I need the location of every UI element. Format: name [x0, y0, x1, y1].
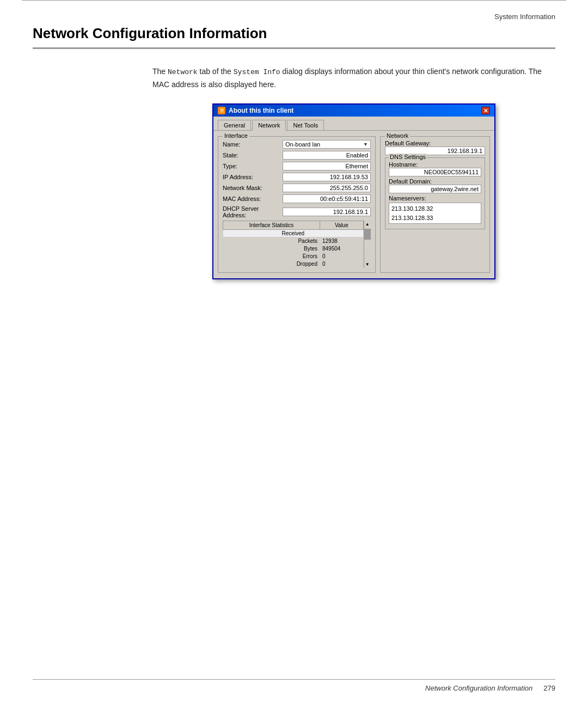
header-title: System Information	[494, 13, 555, 21]
dhcp-value: 192.168.19.1	[283, 208, 371, 216]
dialog-close-button[interactable]: ✕	[481, 107, 490, 114]
stats-table: Interface Statistics Value Received Pack…	[223, 221, 364, 268]
dialog-title: About this thin client	[229, 107, 293, 114]
mono-network: Network	[168, 68, 198, 76]
stat-errors-label: Errors	[223, 253, 320, 260]
nameserver-1: 213.130.128.32	[391, 204, 479, 213]
stats-received-label: Received	[223, 230, 364, 237]
page-title: Network Configuration Information	[33, 25, 555, 42]
table-row: Bytes 849504	[223, 245, 364, 253]
field-mac: MAC Address: 00:e0:c5:59:41:11	[223, 194, 371, 203]
stats-scrollbar[interactable]: ▲ ▼	[364, 221, 371, 268]
body-paragraph: The Network tab of the System Info dialo…	[152, 65, 555, 90]
domain-value: gateway.2wire.net	[389, 185, 481, 193]
hostname-row: Hostname: NEO00E0C5594111	[389, 161, 481, 176]
stats-col-name: Interface Statistics	[223, 221, 320, 230]
state-value: Enabled	[283, 151, 371, 160]
type-value: Ethernet	[283, 162, 371, 170]
scroll-up-icon[interactable]: ▲	[364, 221, 371, 228]
tab-general[interactable]: General	[218, 120, 251, 130]
name-value: On-board lan	[285, 141, 320, 148]
dns-section: DNS Settings Hostname: NEO00E0C5594111 D…	[385, 157, 485, 229]
scroll-down-icon[interactable]: ▼	[364, 261, 371, 268]
field-state: State: Enabled	[223, 151, 371, 160]
dialog-body: Interface Name: On-board lan ▼ State: En…	[213, 131, 494, 278]
mono-sysinfo: System Info	[234, 68, 280, 76]
stats-col-value: Value	[320, 221, 363, 230]
stat-dropped-value: 0	[320, 260, 363, 268]
field-type: Type: Ethernet	[223, 162, 371, 170]
nameservers-row: Nameservers: 213.130.128.32 213.130.128.…	[389, 195, 481, 224]
field-dhcp-label: DHCP Server Address:	[223, 205, 283, 218]
field-type-label: Type:	[223, 163, 283, 169]
stats-container: Interface Statistics Value Received Pack…	[223, 221, 371, 268]
stat-packets-value: 12938	[320, 237, 363, 245]
netmask-value: 255.255.255.0	[283, 184, 371, 192]
interface-section-label: Interface	[223, 132, 249, 139]
page-footer: Network Configuration Information 279	[33, 679, 555, 692]
dialog-tabs: General Network Net Tools	[213, 117, 494, 131]
top-rule	[22, 0, 566, 6]
field-netmask-label: Network Mask:	[223, 185, 283, 191]
dropdown-arrow-icon: ▼	[363, 142, 368, 147]
field-state-label: State:	[223, 152, 283, 158]
gateway-label: Default Gateway:	[385, 140, 485, 147]
stat-errors-value: 0	[320, 253, 363, 260]
field-mac-label: MAC Address:	[223, 196, 283, 202]
page-header: System Information	[0, 6, 588, 21]
table-row: Packets 12938	[223, 237, 364, 245]
nameservers-list: 213.130.128.32 213.130.128.33	[389, 203, 481, 224]
dns-section-label: DNS Settings	[389, 154, 427, 160]
dialog-titlebar: ☰ About this thin client ✕	[213, 105, 494, 117]
field-name: Name: On-board lan ▼	[223, 140, 371, 149]
mac-value: 00:e0:c5:59:41:11	[283, 194, 371, 203]
nameservers-label: Nameservers:	[389, 195, 481, 202]
name-dropdown[interactable]: On-board lan ▼	[283, 140, 371, 149]
network-section-label: Network	[385, 132, 410, 139]
stat-bytes-label: Bytes	[223, 245, 320, 253]
svg-text:☰: ☰	[220, 108, 224, 113]
gateway-row: Default Gateway: 192.168.19.1	[385, 140, 485, 155]
stat-dropped-label: Dropped	[223, 260, 320, 268]
body-content: The Network tab of the System Info dialo…	[152, 65, 555, 279]
titlebar-left: ☰ About this thin client	[218, 107, 293, 114]
hostname-label: Hostname:	[389, 161, 481, 168]
chapter-heading: Network Configuration Information	[33, 25, 555, 49]
domain-label: Default Domain:	[389, 178, 481, 185]
stats-received-header: Received	[223, 230, 364, 237]
field-dhcp: DHCP Server Address: 192.168.19.1	[223, 205, 371, 218]
interface-section: Interface Name: On-board lan ▼ State: En…	[218, 136, 376, 273]
stat-packets-label: Packets	[223, 237, 320, 245]
footer-chapter-title: Network Configuration Information	[425, 684, 532, 692]
scroll-thumb[interactable]	[364, 229, 371, 240]
ip-value: 192.168.19.53	[283, 173, 371, 181]
domain-row: Default Domain: gateway.2wire.net	[389, 178, 481, 193]
field-name-label: Name:	[223, 141, 283, 148]
tab-network[interactable]: Network	[252, 120, 286, 131]
field-netmask: Network Mask: 255.255.255.0	[223, 184, 371, 192]
hostname-value: NEO00E0C5594111	[389, 168, 481, 176]
footer-page-number: 279	[543, 684, 555, 692]
dialog-app-icon: ☰	[218, 107, 225, 114]
field-ip: IP Address: 192.168.19.53	[223, 173, 371, 181]
table-row: Dropped 0	[223, 260, 364, 268]
table-row: Errors 0	[223, 253, 364, 260]
stat-bytes-value: 849504	[320, 245, 363, 253]
field-ip-label: IP Address:	[223, 174, 283, 180]
nameserver-2: 213.130.128.33	[391, 213, 479, 223]
network-section: Network Default Gateway: 192.168.19.1 DN…	[380, 136, 490, 273]
tab-nettools[interactable]: Net Tools	[287, 120, 324, 130]
dialog-window: ☰ About this thin client ✕ General Netwo…	[212, 103, 495, 279]
